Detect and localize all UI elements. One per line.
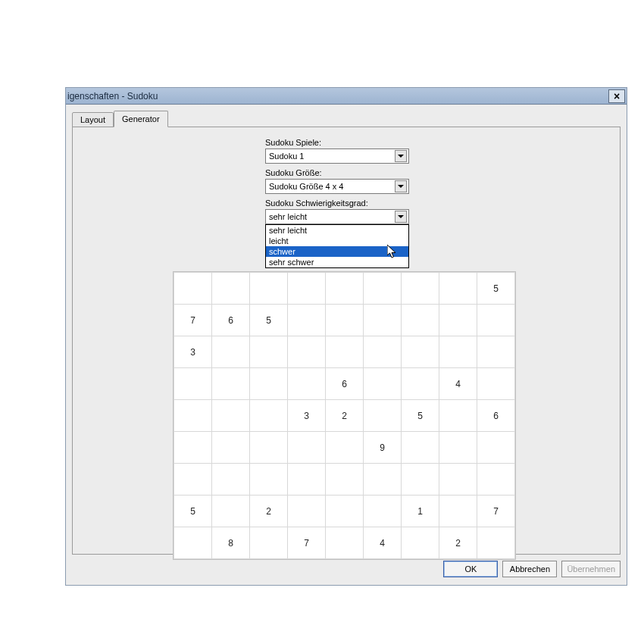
spiele-select[interactable]: Sudoku 1	[265, 148, 409, 164]
sudoku-cell	[288, 305, 326, 336]
sudoku-cell	[364, 464, 402, 496]
sudoku-cell	[402, 368, 439, 400]
sudoku-cell	[364, 273, 402, 305]
groesse-select[interactable]: Sudoku Größe 4 x 4	[265, 179, 409, 194]
sudoku-cell: 8	[212, 527, 250, 559]
sudoku-cell: 7	[174, 305, 212, 336]
form: Sudoku Spiele: Sudoku 1 Sudoku Größe: Su…	[265, 138, 609, 224]
sudoku-cell	[402, 464, 439, 496]
sudoku-cell	[288, 368, 326, 400]
tab-layout[interactable]: Layout	[72, 112, 114, 127]
sudoku-cell	[402, 432, 439, 464]
sudoku-cell: 7	[288, 527, 326, 559]
sudoku-cell	[212, 432, 250, 464]
sudoku-cell	[326, 336, 364, 368]
sudoku-cell	[439, 400, 477, 432]
sudoku-cell	[250, 464, 288, 496]
spiele-label: Sudoku Spiele:	[265, 138, 609, 147]
sudoku-cell: 9	[364, 432, 402, 464]
sudoku-cell	[439, 464, 477, 496]
sudoku-cell	[212, 273, 250, 305]
sudoku-cell	[288, 496, 326, 527]
apply-button: Übernehmen	[561, 561, 621, 577]
schwierigkeit-select[interactable]: sehr leicht sehr leicht leicht schwer se…	[265, 209, 409, 224]
sudoku-cell	[364, 496, 402, 527]
spiele-value: Sudoku 1	[269, 152, 395, 161]
sudoku-cell	[364, 400, 402, 432]
sudoku-cell: 2	[250, 496, 288, 527]
sudoku-cell	[439, 273, 477, 305]
sudoku-cell	[477, 527, 515, 559]
schwierigkeit-dropdown: sehr leicht leicht schwer sehr schwer	[265, 224, 409, 268]
option-leicht[interactable]: leicht	[266, 236, 408, 246]
option-schwer[interactable]: schwer	[266, 246, 408, 257]
dropdown-arrow-icon	[395, 150, 407, 162]
cancel-button[interactable]: Abbrechen	[502, 561, 557, 577]
sudoku-cell: 3	[288, 400, 326, 432]
sudoku-cell	[364, 368, 402, 400]
sudoku-cell	[250, 432, 288, 464]
sudoku-cell	[288, 273, 326, 305]
sudoku-cell	[326, 432, 364, 464]
sudoku-cell	[326, 273, 364, 305]
dropdown-arrow-icon	[395, 211, 407, 223]
sudoku-cell	[477, 336, 515, 368]
dialog-window: igenschaften - Sudoku × Layout Generator…	[65, 87, 627, 586]
sudoku-cell	[174, 527, 212, 559]
sudoku-cell	[174, 273, 212, 305]
sudoku-cell: 5	[250, 305, 288, 336]
sudoku-cell	[288, 336, 326, 368]
sudoku-cell	[212, 400, 250, 432]
sudoku-cell: 6	[212, 305, 250, 336]
window-title: igenschaften - Sudoku	[67, 91, 608, 102]
sudoku-cell	[326, 496, 364, 527]
sudoku-cell	[439, 305, 477, 336]
sudoku-cell: 4	[439, 368, 477, 400]
sudoku-cell	[174, 464, 212, 496]
sudoku-cell	[288, 464, 326, 496]
sudoku-cell	[326, 305, 364, 336]
sudoku-cell	[477, 368, 515, 400]
client-area: Layout Generator Sudoku Spiele: Sudoku 1…	[66, 105, 627, 585]
sudoku-cell	[364, 305, 402, 336]
tab-panel-generator: Sudoku Spiele: Sudoku 1 Sudoku Größe: Su…	[72, 127, 621, 555]
field-groesse: Sudoku Größe: Sudoku Größe 4 x 4	[265, 168, 609, 194]
sudoku-cell	[477, 432, 515, 464]
sudoku-cell	[174, 368, 212, 400]
sudoku-cell: 5	[477, 273, 515, 305]
sudoku-cell: 6	[477, 400, 515, 432]
sudoku-cell	[174, 432, 212, 464]
option-sehr-schwer[interactable]: sehr schwer	[266, 257, 408, 267]
titlebar: igenschaften - Sudoku ×	[66, 88, 627, 105]
sudoku-cell: 4	[364, 527, 402, 559]
sudoku-cell	[326, 527, 364, 559]
sudoku-cell	[439, 336, 477, 368]
sudoku-cell: 5	[174, 496, 212, 527]
sudoku-cell	[402, 527, 439, 559]
sudoku-cell	[212, 336, 250, 368]
sudoku-cell	[250, 336, 288, 368]
sudoku-cell	[439, 432, 477, 464]
sudoku-cell: 2	[439, 527, 477, 559]
sudoku-cell	[364, 336, 402, 368]
close-button[interactable]: ×	[608, 89, 625, 103]
sudoku-cell: 7	[477, 496, 515, 527]
schwierigkeit-label: Sudoku Schwierigkeitsgrad:	[265, 199, 609, 208]
tab-strip: Layout Generator	[72, 111, 621, 127]
sudoku-cell	[250, 400, 288, 432]
tab-generator[interactable]: Generator	[114, 111, 168, 127]
sudoku-cell	[212, 496, 250, 527]
sudoku-cell: 3	[174, 336, 212, 368]
sudoku-grid: 57653643256952178742	[173, 271, 516, 560]
sudoku-cell	[212, 368, 250, 400]
dropdown-arrow-icon	[395, 180, 407, 192]
option-sehr-leicht[interactable]: sehr leicht	[266, 225, 408, 236]
schwierigkeit-value: sehr leicht	[269, 212, 395, 221]
sudoku-cell: 2	[326, 400, 364, 432]
sudoku-cell: 5	[402, 400, 439, 432]
sudoku-cell	[326, 464, 364, 496]
ok-button[interactable]: OK	[443, 561, 498, 577]
field-spiele: Sudoku Spiele: Sudoku 1	[265, 138, 609, 164]
sudoku-cell	[402, 305, 439, 336]
sudoku-cell	[402, 336, 439, 368]
